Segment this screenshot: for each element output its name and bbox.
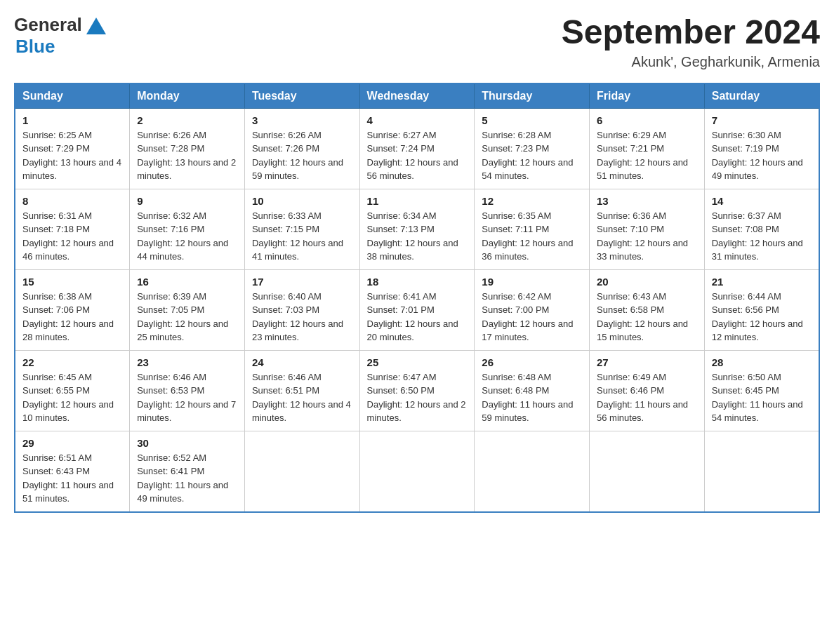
daylight-label: Daylight: 11 hours and 49 minutes. (137, 480, 228, 504)
sunset-label: Sunset: 6:41 PM (137, 466, 204, 476)
col-header-friday: Friday (590, 83, 705, 109)
logo-icon (85, 16, 107, 36)
sunset-label: Sunset: 7:00 PM (482, 304, 549, 315)
sunset-label: Sunset: 7:18 PM (22, 224, 90, 234)
day-number: 14 (712, 195, 812, 207)
day-number: 4 (367, 114, 468, 126)
sunset-label: Sunset: 7:01 PM (367, 304, 435, 315)
day-number: 7 (712, 114, 812, 126)
sunrise-label: Sunrise: 6:44 AM (712, 291, 781, 302)
sunset-label: Sunset: 7:29 PM (22, 143, 90, 154)
sunset-label: Sunset: 7:28 PM (137, 143, 204, 154)
day-number: 19 (482, 276, 582, 288)
daylight-label: Daylight: 13 hours and 2 minutes. (137, 157, 236, 182)
day-info: Sunrise: 6:29 AM Sunset: 7:21 PM Dayligh… (597, 128, 697, 183)
col-header-sunday: Sunday (15, 83, 130, 109)
sunrise-label: Sunrise: 6:32 AM (137, 210, 206, 221)
calendar-day-5: 5 Sunrise: 6:28 AM Sunset: 7:23 PM Dayli… (475, 108, 590, 189)
day-number: 25 (367, 356, 468, 368)
sunset-label: Sunset: 6:50 PM (367, 385, 435, 396)
daylight-label: Daylight: 13 hours and 4 minutes. (22, 157, 121, 182)
daylight-label: Daylight: 12 hours and 7 minutes. (137, 399, 236, 424)
daylight-label: Daylight: 12 hours and 44 minutes. (137, 238, 228, 262)
day-info: Sunrise: 6:41 AM Sunset: 7:01 PM Dayligh… (367, 290, 468, 344)
sunrise-label: Sunrise: 6:34 AM (367, 210, 437, 221)
sunrise-label: Sunrise: 6:39 AM (137, 291, 206, 302)
daylight-label: Daylight: 12 hours and 38 minutes. (367, 238, 458, 262)
empty-cell (590, 431, 705, 512)
sunset-label: Sunset: 6:51 PM (252, 385, 319, 396)
calendar-day-18: 18 Sunrise: 6:41 AM Sunset: 7:01 PM Dayl… (359, 269, 475, 350)
col-header-wednesday: Wednesday (359, 83, 475, 109)
day-info: Sunrise: 6:42 AM Sunset: 7:00 PM Dayligh… (482, 290, 582, 344)
location: Akunk', Gegharkunik, Armenia (562, 54, 820, 70)
day-number: 9 (137, 195, 237, 207)
daylight-label: Daylight: 12 hours and 20 minutes. (367, 318, 458, 343)
sunset-label: Sunset: 7:13 PM (367, 224, 435, 234)
calendar-day-7: 7 Sunrise: 6:30 AM Sunset: 7:19 PM Dayli… (704, 108, 819, 189)
day-info: Sunrise: 6:38 AM Sunset: 7:06 PM Dayligh… (22, 290, 122, 344)
day-info: Sunrise: 6:28 AM Sunset: 7:23 PM Dayligh… (482, 128, 582, 183)
daylight-label: Daylight: 12 hours and 56 minutes. (367, 157, 458, 182)
day-number: 23 (137, 356, 237, 368)
sunrise-label: Sunrise: 6:30 AM (712, 130, 781, 140)
calendar-day-28: 28 Sunrise: 6:50 AM Sunset: 6:45 PM Dayl… (704, 350, 819, 431)
calendar-day-25: 25 Sunrise: 6:47 AM Sunset: 6:50 PM Dayl… (359, 350, 475, 431)
calendar-day-3: 3 Sunrise: 6:26 AM Sunset: 7:26 PM Dayli… (244, 108, 359, 189)
day-number: 26 (482, 356, 582, 368)
calendar-table: SundayMondayTuesdayWednesdayThursdayFrid… (14, 83, 820, 513)
daylight-label: Daylight: 12 hours and 51 minutes. (597, 157, 688, 182)
sunrise-label: Sunrise: 6:28 AM (482, 130, 551, 140)
day-number: 3 (252, 114, 352, 126)
sunrise-label: Sunrise: 6:43 AM (597, 291, 666, 302)
day-info: Sunrise: 6:49 AM Sunset: 6:46 PM Dayligh… (597, 370, 697, 425)
sunset-label: Sunset: 7:08 PM (712, 224, 779, 234)
day-info: Sunrise: 6:50 AM Sunset: 6:45 PM Dayligh… (712, 370, 812, 425)
sunset-label: Sunset: 7:03 PM (252, 304, 319, 315)
calendar-week-5: 29 Sunrise: 6:51 AM Sunset: 6:43 PM Dayl… (15, 431, 819, 512)
calendar-day-20: 20 Sunrise: 6:43 AM Sunset: 6:58 PM Dayl… (590, 269, 705, 350)
sunrise-label: Sunrise: 6:42 AM (482, 291, 551, 302)
col-header-tuesday: Tuesday (244, 83, 359, 109)
day-number: 27 (597, 356, 697, 368)
sunrise-label: Sunrise: 6:38 AM (22, 291, 92, 302)
sunrise-label: Sunrise: 6:48 AM (482, 372, 551, 382)
sunset-label: Sunset: 6:48 PM (482, 385, 549, 396)
sunrise-label: Sunrise: 6:47 AM (367, 372, 437, 382)
sunrise-label: Sunrise: 6:31 AM (22, 210, 92, 221)
sunset-label: Sunset: 7:16 PM (137, 224, 204, 234)
day-info: Sunrise: 6:46 AM Sunset: 6:53 PM Dayligh… (137, 370, 237, 425)
calendar-day-17: 17 Sunrise: 6:40 AM Sunset: 7:03 PM Dayl… (244, 269, 359, 350)
calendar-day-12: 12 Sunrise: 6:35 AM Sunset: 7:11 PM Dayl… (475, 189, 590, 269)
daylight-label: Daylight: 12 hours and 2 minutes. (367, 399, 466, 424)
day-number: 24 (252, 356, 352, 368)
day-number: 8 (22, 195, 122, 207)
calendar-day-16: 16 Sunrise: 6:39 AM Sunset: 7:05 PM Dayl… (130, 269, 245, 350)
calendar-day-21: 21 Sunrise: 6:44 AM Sunset: 6:56 PM Dayl… (704, 269, 819, 350)
day-info: Sunrise: 6:46 AM Sunset: 6:51 PM Dayligh… (252, 370, 352, 425)
sunrise-label: Sunrise: 6:33 AM (252, 210, 322, 221)
calendar-week-1: 1 Sunrise: 6:25 AM Sunset: 7:29 PM Dayli… (15, 108, 819, 189)
logo-general-text: General (14, 14, 82, 36)
daylight-label: Daylight: 12 hours and 49 minutes. (712, 157, 803, 182)
sunrise-label: Sunrise: 6:40 AM (252, 291, 322, 302)
sunset-label: Sunset: 7:06 PM (22, 304, 90, 315)
empty-cell (475, 431, 590, 512)
sunset-label: Sunset: 7:11 PM (482, 224, 549, 234)
day-number: 28 (712, 356, 812, 368)
daylight-label: Daylight: 11 hours and 56 minutes. (597, 399, 688, 424)
daylight-label: Daylight: 11 hours and 59 minutes. (482, 399, 573, 424)
day-info: Sunrise: 6:43 AM Sunset: 6:58 PM Dayligh… (597, 290, 697, 344)
daylight-label: Daylight: 11 hours and 54 minutes. (712, 399, 803, 424)
day-number: 16 (137, 276, 237, 288)
sunrise-label: Sunrise: 6:27 AM (367, 130, 437, 140)
sunrise-label: Sunrise: 6:52 AM (137, 452, 206, 463)
day-number: 5 (482, 114, 582, 126)
daylight-label: Daylight: 11 hours and 51 minutes. (22, 480, 114, 504)
sunrise-label: Sunrise: 6:41 AM (367, 291, 437, 302)
daylight-label: Daylight: 12 hours and 33 minutes. (597, 238, 688, 262)
calendar-day-19: 19 Sunrise: 6:42 AM Sunset: 7:00 PM Dayl… (475, 269, 590, 350)
sunset-label: Sunset: 7:26 PM (252, 143, 319, 154)
daylight-label: Daylight: 12 hours and 15 minutes. (597, 318, 688, 343)
day-info: Sunrise: 6:52 AM Sunset: 6:41 PM Dayligh… (137, 451, 237, 506)
